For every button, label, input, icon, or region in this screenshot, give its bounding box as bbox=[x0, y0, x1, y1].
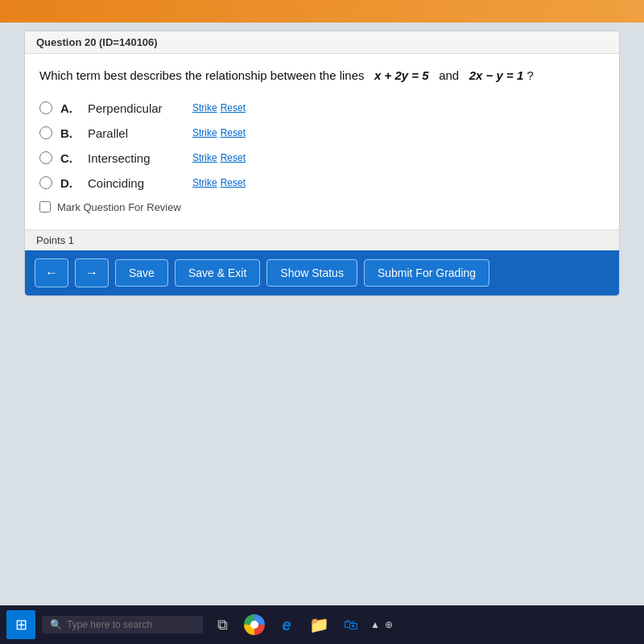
reset-a[interactable]: Reset bbox=[221, 102, 246, 114]
back-button[interactable]: ← bbox=[35, 258, 68, 287]
radio-d[interactable] bbox=[39, 176, 52, 189]
store-icon-btn[interactable]: 🛍 bbox=[338, 612, 364, 638]
points-section: Points 1 bbox=[25, 229, 619, 250]
taskbar-search-box[interactable]: 🔍 bbox=[42, 616, 203, 634]
mark-review-checkbox[interactable] bbox=[39, 201, 51, 213]
strike-reset-c: Strike Reset bbox=[192, 152, 246, 163]
strike-a[interactable]: Strike bbox=[192, 102, 217, 114]
text-a: Perpendicular bbox=[88, 101, 184, 115]
reset-b[interactable]: Reset bbox=[221, 127, 246, 138]
text-c: Intersecting bbox=[88, 151, 184, 165]
label-d: D. bbox=[60, 176, 80, 190]
edge-app-icon[interactable]: e bbox=[274, 612, 299, 638]
answer-option-a: A. Perpendicular Strike Reset bbox=[39, 101, 605, 115]
strike-reset-a: Strike Reset bbox=[192, 102, 246, 114]
question-text-prefix: Which term best describes the relationsh… bbox=[39, 68, 365, 82]
task-view-button[interactable]: ⧉ bbox=[209, 612, 235, 638]
question-text-mid: and bbox=[439, 68, 459, 82]
radio-a[interactable] bbox=[39, 101, 52, 114]
show-status-button[interactable]: Show Status bbox=[266, 259, 357, 287]
question-header: Question 20 (ID=140106) bbox=[25, 31, 619, 54]
edge-icon: e bbox=[282, 616, 291, 634]
label-b: B. bbox=[60, 126, 80, 140]
answer-option-c: C. Intersecting Strike Reset bbox=[39, 151, 605, 165]
main-area: Question 20 (ID=140106) Which term best … bbox=[0, 23, 644, 605]
answer-option-d: D. Coinciding Strike Reset bbox=[39, 176, 605, 190]
reset-c[interactable]: Reset bbox=[221, 152, 246, 163]
strike-c[interactable]: Strike bbox=[192, 152, 217, 163]
strike-reset-d: Strike Reset bbox=[192, 177, 246, 188]
reset-d[interactable]: Reset bbox=[221, 177, 246, 188]
forward-button[interactable]: → bbox=[75, 258, 109, 287]
taskbar-search-input[interactable] bbox=[67, 619, 188, 630]
equation2: 2x − y = 1 bbox=[469, 68, 524, 82]
question-body: Which term best describes the relationsh… bbox=[25, 54, 619, 229]
question-panel: Question 20 (ID=140106) Which term best … bbox=[24, 31, 620, 296]
label-a: A. bbox=[60, 101, 80, 115]
file-explorer-icon[interactable]: 📁 bbox=[306, 612, 332, 638]
radio-b[interactable] bbox=[39, 126, 52, 139]
chrome-app-icon[interactable] bbox=[242, 612, 267, 638]
question-header-text: Question 20 (ID=140106) bbox=[36, 36, 158, 48]
text-b: Parallel bbox=[88, 126, 184, 140]
strike-b[interactable]: Strike bbox=[192, 127, 217, 138]
tray-time: ▲ bbox=[370, 619, 380, 630]
tray-network: ⊕ bbox=[385, 619, 393, 630]
points-label: Points 1 bbox=[36, 234, 74, 246]
taskbar-search-icon: 🔍 bbox=[50, 619, 62, 630]
question-text-suffix: ? bbox=[526, 68, 533, 82]
strike-reset-b: Strike Reset bbox=[192, 127, 246, 138]
equation1: x + 2y = 5 bbox=[374, 68, 429, 82]
mark-review-label: Mark Question For Review bbox=[57, 201, 181, 213]
label-c: C. bbox=[60, 151, 80, 165]
question-text: Which term best describes the relationsh… bbox=[39, 67, 605, 85]
radio-c[interactable] bbox=[39, 151, 52, 164]
submit-button[interactable]: Submit For Grading bbox=[364, 259, 489, 287]
save-exit-button[interactable]: Save & Exit bbox=[175, 259, 260, 287]
save-button[interactable]: Save bbox=[115, 259, 168, 287]
answer-option-b: B. Parallel Strike Reset bbox=[39, 126, 605, 140]
chrome-icon bbox=[244, 614, 265, 635]
start-button[interactable]: ⊞ bbox=[6, 610, 35, 639]
store-icon: 🛍 bbox=[344, 617, 358, 634]
text-d: Coinciding bbox=[88, 176, 184, 190]
system-tray: ▲ ⊕ bbox=[370, 619, 393, 630]
taskbar: ⊞ 🔍 ⧉ e 📁 🛍 ▲ ⊕ bbox=[0, 605, 644, 644]
top-bar bbox=[0, 0, 644, 23]
button-toolbar: ← → Save Save & Exit Show Status Submit … bbox=[25, 250, 619, 295]
mark-review-section: Mark Question For Review bbox=[39, 201, 605, 213]
strike-d[interactable]: Strike bbox=[192, 177, 217, 188]
folder-icon: 📁 bbox=[309, 615, 329, 634]
